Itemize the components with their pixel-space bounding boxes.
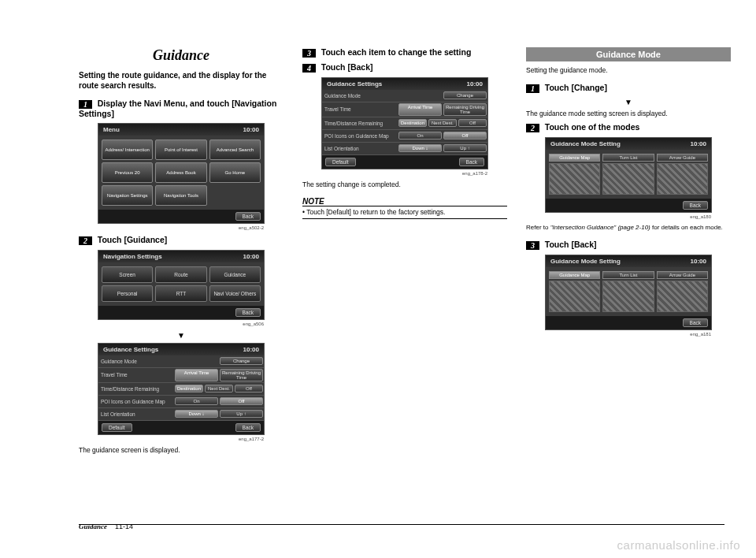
row-label: List Orientation [98,410,174,418]
back-button[interactable]: Back [683,201,708,210]
row-label: POI Icons on Guidance Map [98,397,174,406]
opt-off[interactable]: Off [458,119,487,127]
image-ref: eng_a178-2 [322,171,487,176]
watermark: carmanualsonline.info [617,538,740,552]
image-ref: eng_a506 [98,322,264,326]
mode-preview [657,281,708,312]
page-content: Guidance Setting the route guidance, and… [0,0,756,478]
row-label: Guidance Mode [322,91,398,100]
step-3b: 3 Touch [Back] [526,240,731,250]
opt-remaining[interactable]: Remaining Driving Time [443,103,487,116]
nav-btn-screen[interactable]: Screen [102,266,153,283]
image-ref: eng_a181 [546,332,711,337]
subsection-header: Guidance Mode [526,47,731,61]
back-button[interactable]: Back [459,158,484,166]
menu-btn-poi[interactable]: Point of Interest [155,140,206,160]
opt-on[interactable]: On [398,132,442,140]
menu-btn-gohome[interactable]: Go Home [209,162,261,183]
opt-off[interactable]: Off [220,397,263,405]
step-text: Touch each item to change the setting [321,47,472,57]
mode-preview [602,281,654,312]
arrow-down-icon: ▼ [79,331,284,340]
screenshot-guidance-settings: Guidance Settings 10:00 Guidance ModeCha… [98,343,265,435]
caption: The guidance screen is displayed. [79,446,284,455]
opt-down[interactable]: Down ↓ [175,410,218,418]
step-badge: 1 [526,84,539,93]
screenshot-navi-menu: Menu 10:00 Address/ Intersection Point o… [98,123,265,224]
menu-grid: Address/ Intersection Point of Interest … [102,140,261,206]
screen-title: Guidance Mode Setting [550,140,621,147]
mode-arrowguide[interactable]: Arrow Guide [657,271,708,279]
step-badge: 3 [526,241,539,250]
opt-on[interactable]: On [175,397,218,405]
opt-arrival[interactable]: Arrival Time [175,369,218,381]
nav-btn-route[interactable]: Route [155,266,206,283]
step-text: Touch one of the modes [545,122,640,132]
screen-clock: 10:00 [243,126,259,133]
mode-turnlist[interactable]: Turn List [602,154,654,162]
screen-title: Guidance Mode Setting [550,258,621,265]
screen-title: Guidance Settings [103,346,158,353]
step-badge: 4 [302,64,316,73]
nav-btn-personal[interactable]: Personal [102,285,153,302]
mode-guidancemap[interactable]: Guidance Map [549,154,600,162]
note-body: • Touch [Default] to return to the facto… [302,208,507,219]
menu-btn-previous20[interactable]: Previous 20 [102,162,153,183]
back-button[interactable]: Back [235,308,261,317]
footer-page: 11-14 [115,523,133,530]
step-1b: 1 Touch [Change] [526,83,731,93]
mode-turnlist[interactable]: Turn List [602,271,654,279]
intro-text: Setting the route guidance, and the disp… [79,70,284,91]
change-button[interactable]: Change [220,357,263,365]
column-1: Guidance Setting the route guidance, and… [79,47,284,463]
step-3: 3 Touch each item to change the setting [302,47,507,58]
screen-clock: 10:00 [243,253,259,260]
opt-nextdest[interactable]: Next Dest. [205,385,233,392]
opt-remaining[interactable]: Remaining Driving Time [220,369,263,381]
image-ref: eng_a177-2 [98,437,264,441]
menu-btn-advanced[interactable]: Advanced Search [209,140,261,160]
note-label: NOTE [302,197,507,206]
back-button[interactable]: Back [235,423,261,432]
step-2: 2 Touch [Guidance] [79,235,284,245]
section-title: Guidance [79,47,284,64]
default-button[interactable]: Default [325,158,356,166]
screen-title: Menu [103,126,120,133]
menu-btn-navtools[interactable]: Navigation Tools [155,185,206,206]
screenshot-nav-settings: Navigation Settings 10:00 Screen Route G… [98,250,265,320]
back-button[interactable]: Back [235,212,261,221]
back-button[interactable]: Back [683,318,708,327]
opt-down[interactable]: Down ↓ [398,144,442,152]
opt-up[interactable]: Up ↑ [220,410,263,418]
menu-btn-address[interactable]: Address/ Intersection [102,140,153,160]
menu-btn-navsettings[interactable]: Navigation Settings [102,185,153,206]
nav-btn-guidance[interactable]: Guidance [209,266,261,283]
menu-btn-addressbook[interactable]: Address Book [155,162,206,183]
default-button[interactable]: Default [102,423,132,432]
opt-off[interactable]: Off [235,385,263,392]
mode-arrowguide[interactable]: Arrow Guide [657,154,708,162]
step-badge: 2 [526,124,539,132]
opt-arrival[interactable]: Arrival Time [398,103,442,116]
subsection-intro: Setting the guidance mode. [526,66,731,75]
step-2b: 2 Touch one of the modes [526,122,731,132]
mode-guidancemap[interactable]: Guidance Map [549,271,600,279]
opt-up[interactable]: Up ↑ [443,144,487,152]
opt-dest[interactable]: Destination [175,385,203,392]
step-4: 4 Touch [Back] [302,62,507,73]
nav-btn-navvoice[interactable]: Navi Voice/ Others [209,285,261,302]
screen-clock: 10:00 [243,346,259,353]
change-button[interactable]: Change [443,91,487,99]
nav-btn-rtt[interactable]: RTT [155,285,206,302]
opt-off[interactable]: Off [443,132,487,140]
mode-preview [549,281,600,312]
step-text: Touch [Back] [321,62,373,72]
screen-clock: 10:00 [691,140,706,147]
row-label: POI Icons on Guidance Map [322,132,398,140]
row-label: Travel Time [98,370,174,379]
screen-header: Menu 10:00 [98,124,264,136]
opt-dest[interactable]: Destination [398,119,427,127]
image-ref: eng_a180 [546,214,711,219]
opt-nextdest[interactable]: Next Dest. [428,119,457,127]
row-label: Time/Distance Remaining [98,385,174,393]
